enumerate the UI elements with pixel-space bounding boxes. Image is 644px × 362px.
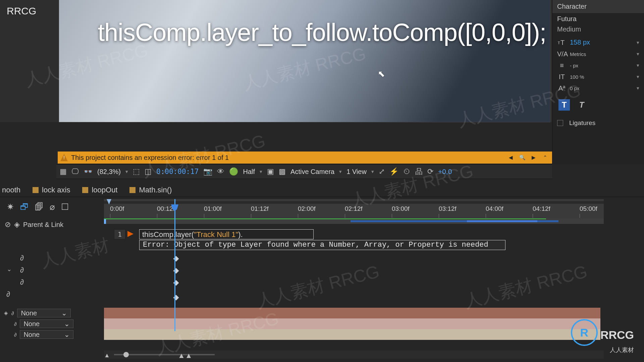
- layer-row[interactable]: ∂ None⌄: [0, 329, 644, 340]
- flowchart-icon[interactable]: 品: [415, 167, 423, 177]
- frame-blend-icon[interactable]: 🗗: [20, 202, 29, 212]
- time-tick: 01:00f: [204, 205, 222, 213]
- expression-disabled-icon[interactable]: [127, 231, 133, 237]
- parent-link-dropdown[interactable]: None⌄: [17, 309, 71, 317]
- zoom-in-icon[interactable]: ▲▲: [178, 351, 193, 360]
- bold-button[interactable]: T: [558, 99, 570, 111]
- next-error-icon[interactable]: ▶: [529, 153, 538, 162]
- motion-blur-icon[interactable]: 🗐: [35, 202, 44, 212]
- parent-link-dropdown[interactable]: None⌄: [20, 330, 73, 339]
- chevron-down-icon[interactable]: ▾: [637, 74, 639, 80]
- warning-icon: !: [60, 154, 68, 161]
- leading-input[interactable]: - px: [570, 63, 578, 68]
- display-icon[interactable]: 🖵: [71, 167, 79, 176]
- zoom-out-icon[interactable]: ▲: [104, 352, 110, 359]
- time-tick: 04:12f: [533, 205, 550, 213]
- mask-icon[interactable]: 👓: [84, 167, 93, 176]
- layer-in-out-bar: [467, 220, 537, 222]
- current-time-indicator[interactable]: [174, 199, 175, 331]
- kerning-dropdown[interactable]: Metrics: [570, 51, 586, 57]
- draft-3d-icon[interactable]: ☐: [61, 202, 69, 212]
- timeline-zoom-bar: ▲ ▲▲: [104, 351, 604, 359]
- tutorial-caption: thisComp.layer_to_follow.toComp([0,0,0])…: [0, 18, 644, 47]
- pixel-aspect-icon[interactable]: ⤢: [379, 167, 385, 176]
- time-tick: 03:12f: [439, 205, 457, 213]
- expression-field[interactable]: thisComp.layer("Track Null 1").: [139, 229, 314, 239]
- layer-duration-bar[interactable]: [104, 318, 600, 329]
- views-dropdown[interactable]: 1 View: [346, 168, 367, 176]
- layer-row[interactable]: ∂ None⌄: [0, 318, 644, 329]
- graph-editor-icon[interactable]: ⌀: [50, 202, 55, 212]
- tab-mathsin[interactable]: Math.sin(): [129, 186, 172, 194]
- baseline-shift-icon: Aª: [557, 84, 567, 92]
- chevron-down-icon[interactable]: ▾: [637, 85, 639, 91]
- tab-loopout[interactable]: loopOut: [82, 186, 117, 194]
- safe-zones-icon[interactable]: ⬚: [133, 167, 140, 176]
- proportional-grid-icon[interactable]: ◫: [145, 167, 152, 176]
- chevron-down-icon[interactable]: ▾: [637, 51, 639, 57]
- magnification-dropdown[interactable]: (82,3%): [97, 168, 121, 176]
- channel-icon[interactable]: 🟢: [229, 167, 238, 176]
- tab-nooth[interactable]: nooth: [2, 186, 20, 194]
- reset-exposure-icon[interactable]: ⟳: [427, 167, 433, 176]
- reveal-error-icon[interactable]: 🔍: [518, 153, 527, 162]
- expression-editor: 1 thisComp.layer("Track Null 1"). Error:…: [104, 229, 604, 251]
- prev-error-icon[interactable]: ◀: [506, 153, 515, 162]
- vertical-scale-input[interactable]: 100 %: [570, 74, 584, 80]
- time-tick: 02:12f: [345, 205, 363, 213]
- timecode-display[interactable]: 0:00:00:17: [156, 168, 199, 176]
- expression-error-message: Error: Object of type Layer found where …: [139, 240, 505, 250]
- pickwhip-icon[interactable]: ∂: [14, 332, 16, 338]
- zoom-slider-track[interactable]: [114, 354, 215, 355]
- chevron-down-icon[interactable]: ▾: [260, 169, 262, 175]
- snapshot-icon[interactable]: 📷: [203, 167, 212, 176]
- caret-up-icon[interactable]: ⌃: [541, 153, 549, 162]
- transparency-grid-icon[interactable]: ▩: [279, 167, 286, 176]
- chevron-down-icon[interactable]: ▾: [339, 169, 342, 175]
- chevron-down-icon[interactable]: ⌄: [7, 265, 12, 273]
- time-tick: 02:00f: [298, 205, 316, 213]
- chevron-down-icon[interactable]: ▾: [637, 62, 639, 68]
- camera-dropdown[interactable]: Active Camera: [290, 168, 334, 176]
- pickwhip-icon[interactable]: ∂: [6, 290, 10, 299]
- zoom-slider-handle[interactable]: [123, 352, 129, 357]
- roi-icon[interactable]: ▣: [267, 167, 274, 176]
- cached-preview-indicator: [104, 219, 546, 219]
- time-ruler[interactable]: 0:00f00:12f01:00f01:12f02:00f02:12f03:00…: [104, 199, 604, 219]
- pickwhip-icon[interactable]: ∂: [20, 254, 24, 262]
- layer-duration-bar[interactable]: [104, 329, 600, 340]
- pickwhip-icon[interactable]: ∂: [14, 321, 16, 327]
- timeline-icon[interactable]: ⏲: [403, 167, 411, 176]
- time-tick: 03:00f: [392, 205, 410, 213]
- parent-link-dropdown[interactable]: None⌄: [20, 319, 73, 328]
- fast-previews-icon[interactable]: ⚡: [389, 167, 398, 176]
- vscale-icon: IT: [557, 73, 567, 80]
- layer-row[interactable]: ◈ ∂ None⌄: [0, 308, 644, 318]
- pickwhip-icon[interactable]: ∂: [20, 278, 24, 287]
- comp-icon: [82, 187, 88, 193]
- time-tick: 04:00f: [486, 205, 503, 213]
- work-area-start-handle[interactable]: [107, 199, 111, 204]
- ligatures-checkbox[interactable]: [557, 120, 563, 126]
- time-tick: 0:00f: [110, 205, 124, 213]
- cube-icon: ◈: [4, 310, 8, 316]
- chevron-down-icon[interactable]: ▾: [125, 169, 128, 175]
- kerning-icon: V/A: [557, 50, 567, 58]
- cursor-icon: ⬉: [378, 69, 385, 79]
- timeline-toolbar: ✷ 🗗 🗐 ⌀ ☐: [0, 198, 102, 215]
- pickwhip-icon[interactable]: ∂: [20, 266, 24, 275]
- baseline-shift-input[interactable]: 0 px: [570, 85, 579, 91]
- tab-lock-axis[interactable]: lock axis: [33, 186, 70, 194]
- show-snapshot-icon[interactable]: 👁: [217, 167, 224, 176]
- chevron-down-icon[interactable]: ▾: [371, 169, 374, 175]
- italic-button[interactable]: T: [576, 99, 587, 111]
- shy-icon[interactable]: ✷: [7, 202, 14, 212]
- exposure-value[interactable]: +0,0: [438, 168, 452, 176]
- expression-error-text: This project contains an expression erro…: [71, 154, 229, 162]
- resolution-dropdown[interactable]: Half: [243, 168, 255, 176]
- grid-icon[interactable]: ▦: [60, 167, 67, 176]
- pickwhip-icon[interactable]: ∂: [11, 310, 14, 316]
- comp-icon: [33, 187, 39, 193]
- work-area-handle[interactable]: [104, 219, 106, 224]
- layer-duration-bar[interactable]: [104, 308, 600, 318]
